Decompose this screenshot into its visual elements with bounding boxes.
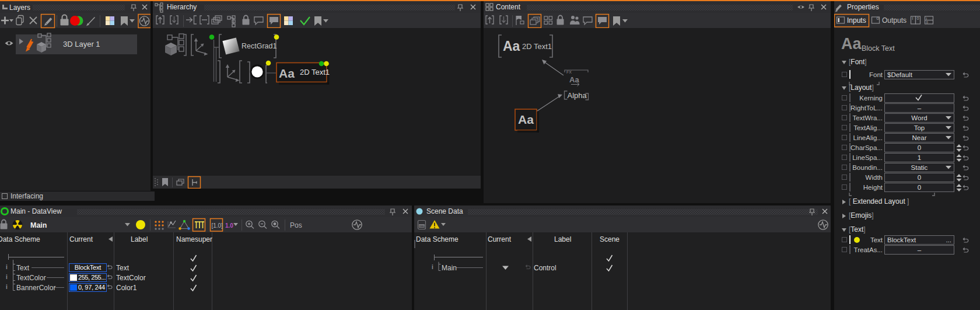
svg-text:FX: FX bbox=[566, 70, 572, 74]
svg-text:Aa: Aa bbox=[503, 39, 520, 54]
svg-text:Aa: Aa bbox=[279, 67, 295, 80]
svg-text:RectGrad1: RectGrad1 bbox=[242, 42, 276, 50]
svg-text:2D Text1: 2D Text1 bbox=[522, 42, 552, 51]
svg-text:Aa: Aa bbox=[518, 113, 534, 126]
svg-text:I: I bbox=[912, 16, 914, 20]
svg-text:Aa: Aa bbox=[569, 75, 579, 84]
svg-text:0: 0 bbox=[877, 16, 880, 21]
svg-text:2D Text1: 2D Text1 bbox=[300, 68, 330, 76]
svg-text:Alpha: Alpha bbox=[568, 91, 587, 100]
svg-text:0: 0 bbox=[926, 20, 929, 24]
svg-text:XML: XML bbox=[419, 225, 425, 228]
svg-text:I: I bbox=[926, 17, 928, 20]
svg-text:0: 0 bbox=[917, 16, 919, 20]
